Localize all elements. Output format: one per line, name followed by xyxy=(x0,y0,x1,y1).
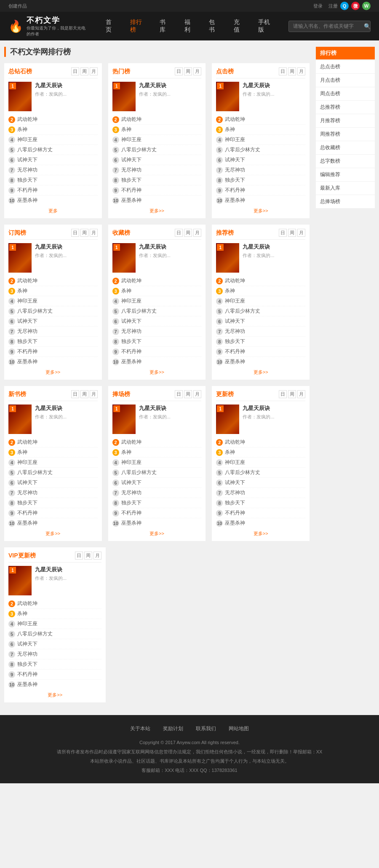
rank-book-name[interactable]: 无尽神功 xyxy=(121,166,202,174)
sidebar-link-week-click[interactable]: 周点击榜 xyxy=(316,87,375,101)
rank-book-name[interactable]: 神印王座 xyxy=(225,297,305,305)
rank-book-name[interactable]: 独步天下 xyxy=(17,177,98,184)
nav-rank[interactable]: 排行榜 xyxy=(127,17,148,35)
rank-book-name[interactable]: 无尽神功 xyxy=(225,166,305,174)
rank-book-name[interactable]: 武动乾坤 xyxy=(121,116,202,123)
rank-book-name[interactable]: 武动乾坤 xyxy=(121,439,202,446)
rank-book-name[interactable]: 试神天下 xyxy=(121,318,202,325)
create-work-link[interactable]: 创建作品 xyxy=(8,3,27,9)
rank-book-name[interactable]: 杀神 xyxy=(121,449,202,456)
rank-book-name[interactable]: 武动乾坤 xyxy=(17,277,98,284)
rank-book-name[interactable]: 八零后少林方丈 xyxy=(17,469,98,476)
rank-book-name[interactable]: 神印王座 xyxy=(17,136,98,143)
rank-book-name[interactable]: 八零后少林方丈 xyxy=(225,469,305,476)
tab-month[interactable]: 月 xyxy=(297,67,305,75)
rank-book-name[interactable]: 独步天下 xyxy=(121,338,202,345)
rank-book-name[interactable]: 杀神 xyxy=(17,287,98,295)
rank-book-name[interactable]: 武动乾坤 xyxy=(17,116,98,123)
rank-book-name[interactable]: 神印王座 xyxy=(121,459,202,466)
tab-month[interactable]: 月 xyxy=(90,67,98,75)
rank-book-name[interactable]: 独步天下 xyxy=(225,499,305,506)
rank-book-name[interactable]: 神印王座 xyxy=(17,620,101,627)
rank-book-name[interactable]: 不朽丹神 xyxy=(17,348,98,355)
more-anchor[interactable]: 更多>> xyxy=(254,531,268,536)
rank-book-name[interactable]: 独步天下 xyxy=(17,338,98,345)
rank-book-name[interactable]: 无尽神功 xyxy=(121,489,202,496)
rank-book-name[interactable]: 神印王座 xyxy=(17,459,98,466)
rank-book-name[interactable]: 巫墨杀神 xyxy=(17,681,101,688)
rank-book-name[interactable]: 试神天下 xyxy=(17,640,101,648)
register-link[interactable]: 注册 xyxy=(328,3,338,9)
sidebar-link-week-recommend[interactable]: 周推荐榜 xyxy=(316,128,375,141)
rank-book-name[interactable]: 巫墨杀神 xyxy=(17,358,98,365)
rank-book-name[interactable]: 不朽丹神 xyxy=(225,187,305,194)
tab-week[interactable]: 周 xyxy=(288,390,296,398)
book-title[interactable]: 九星天辰诀 xyxy=(243,405,274,412)
tab-week[interactable]: 周 xyxy=(80,390,88,398)
tab-day[interactable]: 日 xyxy=(175,390,183,398)
rank-book-name[interactable]: 试神天下 xyxy=(17,318,98,325)
nav-welfare[interactable]: 福利 xyxy=(181,17,198,35)
tab-week[interactable]: 周 xyxy=(288,67,296,75)
tab-day[interactable]: 日 xyxy=(75,552,83,560)
rank-book-name[interactable]: 巫墨杀神 xyxy=(121,358,202,365)
sidebar-link-editor-recommend[interactable]: 编辑推荐 xyxy=(316,168,375,182)
rank-book-name[interactable]: 不朽丹神 xyxy=(225,509,305,517)
nav-bookbag[interactable]: 包书 xyxy=(206,17,222,35)
rank-book-name[interactable]: 试神天下 xyxy=(225,156,305,163)
book-title[interactable]: 九星天辰诀 xyxy=(243,243,274,251)
rank-book-name[interactable]: 试神天下 xyxy=(17,479,98,486)
tab-day[interactable]: 日 xyxy=(175,229,183,237)
rank-book-name[interactable]: 八零后少林方丈 xyxy=(225,146,305,153)
footer-contact[interactable]: 联系我们 xyxy=(196,723,216,734)
tab-month[interactable]: 月 xyxy=(93,552,101,560)
more-anchor[interactable]: 更多>> xyxy=(45,531,60,536)
rank-book-name[interactable]: 杀神 xyxy=(225,126,305,133)
rank-book-name[interactable]: 巫墨杀神 xyxy=(225,358,305,365)
book-title[interactable]: 九星天辰诀 xyxy=(35,82,67,89)
rank-book-name[interactable]: 独步天下 xyxy=(121,177,202,184)
login-link[interactable]: 登录 xyxy=(313,3,323,9)
sidebar-link-month-recommend[interactable]: 月推荐榜 xyxy=(316,114,375,128)
book-title[interactable]: 九星天辰诀 xyxy=(139,243,171,251)
rank-book-name[interactable]: 巫墨杀神 xyxy=(121,197,202,204)
tab-week[interactable]: 周 xyxy=(80,67,88,75)
more-anchor[interactable]: 更多>> xyxy=(254,370,268,375)
tab-day[interactable]: 日 xyxy=(279,390,287,398)
tab-day[interactable]: 日 xyxy=(279,67,287,75)
rank-book-name[interactable]: 八零后少林方丈 xyxy=(225,308,305,315)
tab-month[interactable]: 月 xyxy=(193,229,201,237)
rank-book-name[interactable]: 武动乾坤 xyxy=(225,277,305,284)
rank-book-name[interactable]: 无尽神功 xyxy=(225,489,305,496)
rank-book-name[interactable]: 神印王座 xyxy=(17,297,98,305)
rank-book-name[interactable]: 杀神 xyxy=(17,126,98,133)
rank-book-name[interactable]: 试神天下 xyxy=(121,479,202,486)
rank-book-name[interactable]: 神印王座 xyxy=(121,136,202,143)
rank-book-name[interactable]: 不朽丹神 xyxy=(17,671,101,678)
tab-week[interactable]: 周 xyxy=(80,229,88,237)
rank-book-name[interactable]: 不朽丹神 xyxy=(121,348,202,355)
rank-book-name[interactable]: 杀神 xyxy=(225,449,305,456)
book-title[interactable]: 九星天辰诀 xyxy=(139,82,171,89)
rank-book-name[interactable]: 武动乾坤 xyxy=(17,439,98,446)
rank-book-name[interactable]: 无尽神功 xyxy=(17,166,98,174)
book-title[interactable]: 九星天辰诀 xyxy=(35,405,67,412)
tab-week[interactable]: 周 xyxy=(184,67,192,75)
more-anchor[interactable]: 更多>> xyxy=(45,370,60,375)
footer-about[interactable]: 关于本站 xyxy=(130,723,150,734)
rank-book-name[interactable]: 独步天下 xyxy=(225,338,305,345)
tab-day[interactable]: 日 xyxy=(71,229,79,237)
rank-book-name[interactable]: 杀神 xyxy=(17,449,98,456)
more-anchor[interactable]: 更多>> xyxy=(48,692,62,697)
rank-book-name[interactable]: 独步天下 xyxy=(17,661,101,668)
sidebar-link-total-click[interactable]: 总点击榜 xyxy=(316,60,375,74)
footer-reward[interactable]: 奖励计划 xyxy=(163,723,183,734)
rank-book-name[interactable]: 武动乾坤 xyxy=(121,277,202,284)
tab-month[interactable]: 月 xyxy=(297,229,305,237)
rank-book-name[interactable]: 神印王座 xyxy=(225,459,305,466)
search-button[interactable]: 🔍 xyxy=(360,21,371,32)
nav-recharge[interactable]: 充值 xyxy=(230,17,247,35)
qq-icon[interactable]: Q xyxy=(340,2,349,10)
sidebar-link-total-recommend[interactable]: 总推荐榜 xyxy=(316,101,375,114)
more-anchor[interactable]: 更多>> xyxy=(149,370,164,375)
